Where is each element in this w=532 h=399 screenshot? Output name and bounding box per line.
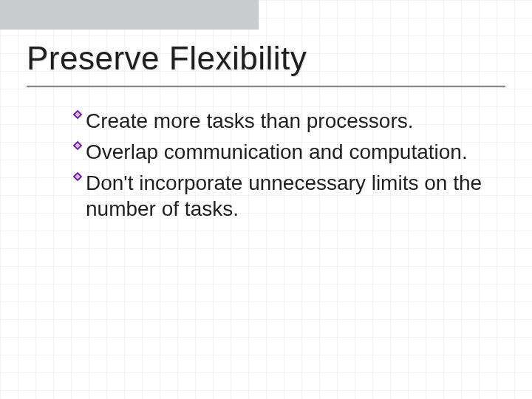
slide: Preserve Flexibility Create more tasks t… <box>0 0 532 399</box>
list-item-text: Don't incorporate unnecessary limits on … <box>86 170 483 223</box>
diamond-bullet-icon <box>71 170 84 183</box>
list-item: Don't incorporate unnecessary limits on … <box>71 170 483 223</box>
diamond-bullet-icon <box>71 108 84 121</box>
list-item-text: Create more tasks than processors. <box>86 108 414 134</box>
list-item: Create more tasks than processors. <box>71 108 483 134</box>
diamond-bullet-icon <box>71 139 84 152</box>
list-item-text: Overlap communication and computation. <box>86 139 468 166</box>
title-underline <box>27 86 505 87</box>
list-item: Overlap communication and computation. <box>71 139 483 166</box>
slide-title: Preserve Flexibility <box>27 40 505 77</box>
slide-body: Create more tasks than processors. Overl… <box>27 108 505 222</box>
